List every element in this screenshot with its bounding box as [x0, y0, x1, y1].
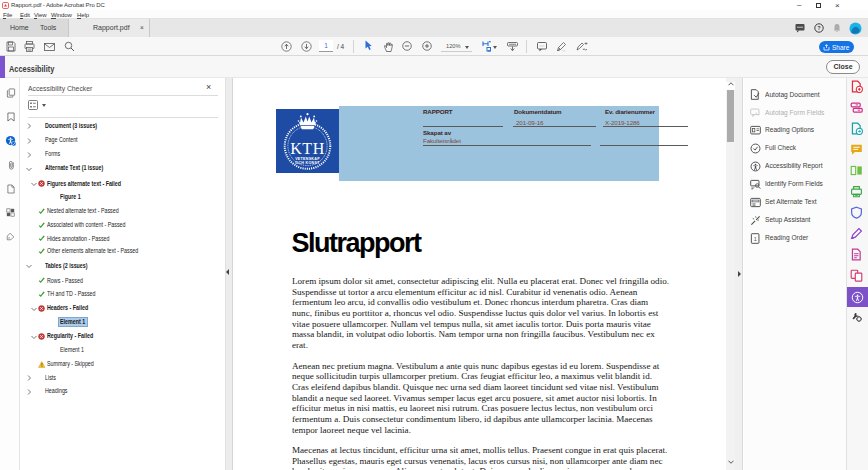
svg-text:1: 1 — [754, 235, 757, 241]
svg-text:?: ? — [817, 25, 821, 31]
svg-text:KTH: KTH — [290, 140, 324, 157]
svg-text:OCH KONST: OCH KONST — [295, 161, 320, 165]
svg-text:VETENSKAP: VETENSKAP — [295, 157, 320, 161]
